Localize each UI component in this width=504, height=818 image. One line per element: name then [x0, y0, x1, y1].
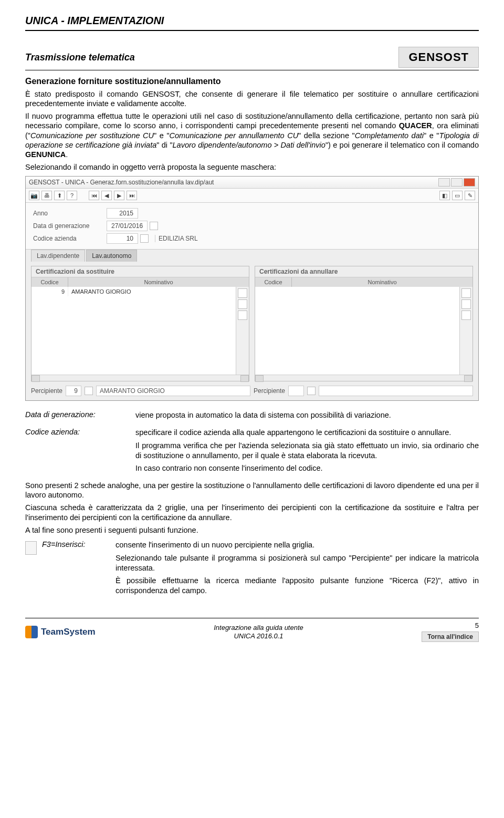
percipiente-search-icon-2[interactable]: [307, 387, 316, 395]
grid-sostituire: Certificazioni da sostituire Codice Nomi…: [31, 266, 249, 381]
section-subtitle: Generazione forniture sostituzione/annul…: [25, 77, 479, 86]
minimize-button[interactable]: [438, 178, 450, 187]
def-label: Data di generazione:: [25, 410, 120, 423]
window-titlebar: GENSOST - UNICA - Generaz.forn.sostituzi…: [26, 177, 478, 189]
f3-desc: consente l'inserimento di un nuovo perci…: [116, 540, 479, 599]
grid-annullare-title: Certificazioni da annullare: [255, 266, 472, 277]
grid2-del-button[interactable]: [461, 299, 471, 309]
header-rule: [25, 30, 479, 31]
percipiente-code-2[interactable]: [288, 386, 304, 396]
upload-icon[interactable]: ⬆: [54, 191, 65, 200]
tab-lav-dipendente[interactable]: Lav.dipendente: [31, 250, 85, 262]
anno-label: Anno: [33, 210, 107, 217]
percipiente-name-2: [319, 386, 473, 396]
def-codice-azienda: Codice azienda: specificare il codice az…: [25, 428, 479, 477]
doc-title: UNICA - IMPLEMENTAZIONI: [25, 15, 479, 27]
nav-last-icon[interactable]: ⏭: [127, 191, 137, 200]
grid1-row-name: AMARANTO GIORGIO: [68, 287, 236, 296]
grid1-row-code: 9: [32, 287, 68, 296]
data-field[interactable]: 27/01/2016: [107, 221, 148, 231]
grid1-add-button[interactable]: [238, 288, 247, 298]
logo-icon: [25, 626, 38, 638]
percipiente-search-icon-1[interactable]: [85, 387, 93, 395]
footer-center: Integrazione alla guida utente UNICA 201…: [214, 624, 303, 640]
grid1-row[interactable]: 9 AMARANTO GIORGIO: [32, 287, 236, 296]
anno-field[interactable]: 2015: [107, 208, 138, 219]
grid1-col-codice: Codice: [32, 277, 68, 287]
page-footer: TeamSystem Integrazione alla guida utent…: [25, 618, 479, 642]
grid2-edit-button[interactable]: [461, 310, 471, 320]
back-to-index-button[interactable]: Torna all'indice: [422, 631, 479, 642]
grid1-del-button[interactable]: [238, 299, 247, 309]
page-number: 5: [422, 622, 479, 629]
print-icon[interactable]: 🖶: [41, 191, 52, 200]
calendar-icon[interactable]: [150, 222, 158, 230]
brand-logo: TeamSystem: [25, 626, 96, 638]
nav-prev-icon[interactable]: ◀: [101, 191, 112, 200]
grid-sostituire-title: Certificazioni da sostituire: [32, 266, 249, 277]
help-icon[interactable]: ?: [67, 191, 77, 200]
grid2-scrollbar[interactable]: [255, 375, 472, 381]
brand-name: TeamSystem: [41, 627, 96, 637]
percipiente-label-1: Percipiente: [31, 387, 62, 395]
tab-lav-autonomo[interactable]: Lav.autonomo: [86, 250, 137, 262]
section-rule: [25, 70, 479, 70]
mid-paragraph-1: Sono presenti 2 schede analoghe, una per…: [25, 481, 479, 500]
nav-next-icon[interactable]: ▶: [114, 191, 124, 200]
azienda-name: EDILIZIA SRL: [155, 235, 198, 242]
mid-paragraph-3: A tal fine sono presenti i seguenti puls…: [25, 525, 479, 535]
def-desc: viene proposta in automatico la data di …: [135, 410, 479, 423]
grid2-add-button[interactable]: [461, 288, 471, 298]
tool-icon-a[interactable]: ◧: [439, 191, 450, 200]
def-desc: specificare il codice azienda alla quale…: [135, 428, 479, 477]
tool-icon-c[interactable]: ✎: [465, 191, 475, 200]
window-title: GENSOST - UNICA - Generaz.forn.sostituzi…: [29, 179, 214, 186]
def-data-generazione: Data di generazione: viene proposta in a…: [25, 410, 479, 423]
grid2-col-codice: Codice: [255, 277, 292, 287]
codice-label: Codice azienda: [33, 235, 107, 242]
codice-field[interactable]: 10: [107, 233, 138, 244]
close-button[interactable]: [464, 178, 475, 187]
data-label: Data di generazione: [33, 222, 107, 230]
grid2-col-nominativo: Nominativo: [292, 277, 472, 287]
grid1-scrollbar[interactable]: [32, 375, 249, 381]
intro-paragraph-2: Il nuovo programma effettua tutte le ope…: [25, 111, 479, 159]
percipiente-name-1: AMARANTO GIORGIO: [96, 386, 250, 396]
camera-icon[interactable]: 📷: [29, 191, 39, 200]
percipiente-code-1[interactable]: 9: [66, 386, 81, 396]
app-screenshot: GENSOST - UNICA - Generaz.forn.sostituzi…: [25, 176, 479, 401]
search-icon[interactable]: [140, 234, 149, 243]
window-toolbar: 📷 🖶 ⬆ ? ⏮ ◀ ▶ ⏭ ◧ ▭ ✎: [26, 189, 478, 203]
intro-paragraph-1: È stato predisposto il comando GENSOST, …: [25, 89, 479, 108]
f3-label: F3=Inserisci:: [42, 540, 110, 548]
intro-paragraph-3: Selezionando il comando in oggetto verrà…: [25, 162, 479, 172]
def-label: Codice azienda:: [25, 428, 120, 477]
maximize-button[interactable]: [451, 178, 463, 187]
tool-icon-b[interactable]: ▭: [452, 191, 463, 200]
insert-icon: [25, 541, 37, 555]
nav-first-icon[interactable]: ⏮: [89, 191, 99, 200]
section-title: Trasmissione telematica: [25, 52, 135, 63]
grid1-col-nominativo: Nominativo: [68, 277, 249, 287]
command-badge: GENSOST: [398, 47, 479, 68]
mid-paragraph-2: Ciascuna scheda è caratterizzata da 2 gr…: [25, 503, 479, 522]
form-area: Anno 2015 Data di generazione 27/01/2016…: [26, 203, 478, 249]
f3-inserisci-row: F3=Inserisci: consente l'inserimento di …: [25, 540, 479, 599]
percipiente-label-2: Percipiente: [254, 387, 285, 395]
grid-annullare: Certificazioni da annullare Codice Nomin…: [255, 266, 473, 381]
grid1-edit-button[interactable]: [238, 310, 247, 320]
